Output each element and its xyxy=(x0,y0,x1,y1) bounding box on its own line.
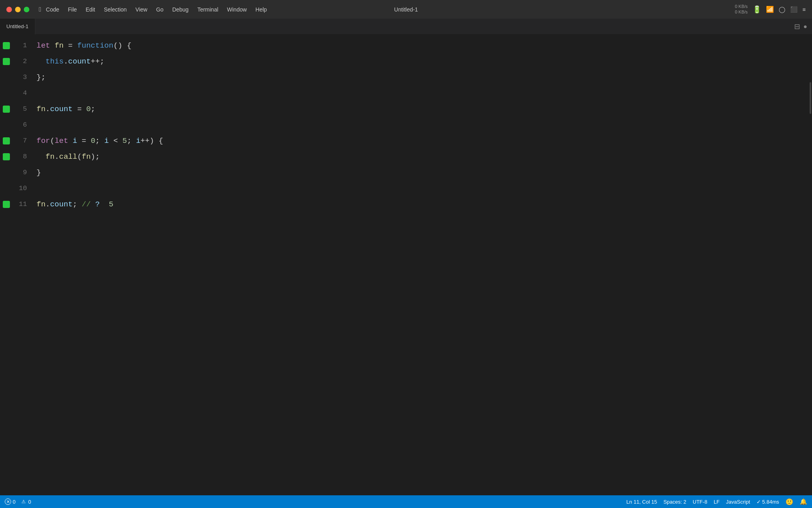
gutter-7 xyxy=(0,137,13,144)
indent-spaces[interactable]: Spaces: 2 xyxy=(663,499,686,505)
battery-icon: 🔋 xyxy=(753,5,761,14)
code-line-9: 9 } xyxy=(0,165,806,181)
editor-container: 1 let fn = function() { 2 this.count++; … xyxy=(0,35,812,495)
line-content-11: fn.count; // ? 5 xyxy=(36,196,113,212)
code-line-7: 7 for(let i = 0; i < 5; i++) { xyxy=(0,133,806,149)
code-line-5: 5 fn.count = 0; xyxy=(0,101,806,117)
menu-edit[interactable]: Edit xyxy=(82,5,99,14)
gutter-8 xyxy=(0,153,13,160)
code-line-4: 4 xyxy=(0,85,806,101)
menu-terminal[interactable]: Terminal xyxy=(193,5,222,14)
tab-actions: ⊟ ● xyxy=(789,22,812,31)
traffic-lights xyxy=(6,7,29,12)
line-num-11: 11 xyxy=(13,196,36,212)
wifi-icon: 📶 xyxy=(766,6,774,13)
line-num-9: 9 xyxy=(13,165,36,181)
breakpoint-7[interactable] xyxy=(3,137,10,144)
cursor-position[interactable]: Ln 11, Col 15 xyxy=(626,499,657,505)
code-line-3: 3 }; xyxy=(0,69,806,85)
title-bar:  Code File Edit Selection View Go Debug… xyxy=(0,0,812,19)
breakpoint-1[interactable] xyxy=(3,42,10,49)
notification-bell-icon: 🔔 xyxy=(800,498,807,505)
gutter-2 xyxy=(0,58,13,65)
menu-view[interactable]: View xyxy=(132,5,151,14)
menu-go[interactable]: Go xyxy=(152,5,168,14)
breakpoint-5[interactable] xyxy=(3,106,10,113)
split-editor-icon[interactable]: ⊟ xyxy=(794,22,800,31)
scrollbar-thumb[interactable] xyxy=(810,82,811,114)
title-bar-right: 0 KB/s0 KB/s 🔋 📶 ◯ ⬛ ≡ xyxy=(735,4,806,14)
line-num-1: 1 xyxy=(13,38,36,54)
clock-icon: ◯ xyxy=(779,6,785,13)
line-num-3: 3 xyxy=(13,69,36,85)
network-status: 0 KB/s0 KB/s xyxy=(735,4,747,14)
line-num-6: 6 xyxy=(13,117,36,133)
breakpoint-11[interactable] xyxy=(3,201,10,208)
gutter-1 xyxy=(0,42,13,49)
line-num-5: 5 xyxy=(13,101,36,117)
code-editor[interactable]: 1 let fn = function() { 2 this.count++; … xyxy=(0,35,806,495)
line-content-3: }; xyxy=(36,69,46,85)
more-actions-icon[interactable]: ● xyxy=(803,23,807,30)
line-ending[interactable]: LF xyxy=(714,499,720,505)
breakpoint-8[interactable] xyxy=(3,153,10,160)
maximize-button[interactable] xyxy=(24,7,29,12)
code-line-1: 1 let fn = function() { xyxy=(0,38,806,54)
line-content-7: for(let i = 0; i < 5; i++) { xyxy=(36,133,163,149)
warning-count[interactable]: ⚠ 0 xyxy=(20,498,31,505)
line-num-4: 4 xyxy=(13,85,36,101)
window-title: Untitled-1 xyxy=(394,6,418,13)
error-number: 0 xyxy=(13,499,15,505)
error-icon: ✕ xyxy=(5,498,11,505)
smiley-icon: 🙂 xyxy=(785,498,793,506)
status-left: ✕ 0 ⚠ 0 xyxy=(5,498,31,505)
code-line-10: 10 xyxy=(0,181,806,196)
minimize-button[interactable] xyxy=(15,7,21,12)
apple-logo:  xyxy=(39,6,41,13)
language-mode[interactable]: JavaScript xyxy=(726,499,750,505)
menu-debug[interactable]: Debug xyxy=(168,5,192,14)
breakpoint-2[interactable] xyxy=(3,58,10,65)
control-center-icon: ⬛ xyxy=(790,6,798,13)
line-content-1: let fn = function() { xyxy=(36,38,131,54)
line-content-2: this.count++; xyxy=(36,54,104,69)
tab-bar: Untitled-1 ⊟ ● xyxy=(0,19,812,35)
status-right: Ln 11, Col 15 Spaces: 2 UTF-8 LF JavaScr… xyxy=(626,498,807,506)
gutter-5 xyxy=(0,106,13,113)
menu-bar:  Code File Edit Selection View Go Debug… xyxy=(39,5,271,14)
line-num-10: 10 xyxy=(13,181,36,196)
tab-label: Untitled-1 xyxy=(6,23,29,29)
menu-window[interactable]: Window xyxy=(223,5,251,14)
title-bar-left:  Code File Edit Selection View Go Debug… xyxy=(6,5,271,14)
file-encoding[interactable]: UTF-8 xyxy=(693,499,707,505)
code-line-8: 8 fn.call(fn); xyxy=(0,149,806,165)
error-count[interactable]: ✕ 0 xyxy=(5,498,15,505)
menu-help[interactable]: Help xyxy=(251,5,271,14)
line-content-5: fn.count = 0; xyxy=(36,101,95,117)
menu-file[interactable]: File xyxy=(64,5,81,14)
timing-info: ✓ 5.84ms xyxy=(756,499,779,505)
line-content-8: fn.call(fn); xyxy=(36,149,100,165)
menu-selection[interactable]: Selection xyxy=(100,5,131,14)
code-line-2: 2 this.count++; xyxy=(0,54,806,69)
code-line-11: 11 fn.count; // ? 5 xyxy=(0,196,806,212)
warning-icon: ⚠ xyxy=(20,498,27,505)
line-num-7: 7 xyxy=(13,133,36,149)
line-num-2: 2 xyxy=(13,54,36,69)
menu-code[interactable]: Code xyxy=(42,5,63,14)
tab-untitled[interactable]: Untitled-1 xyxy=(0,19,35,35)
warning-number: 0 xyxy=(28,499,31,505)
line-content-9: } xyxy=(36,165,41,181)
notification-icon: ≡ xyxy=(802,6,806,13)
code-line-6: 6 xyxy=(0,117,806,133)
close-button[interactable] xyxy=(6,7,12,12)
line-num-8: 8 xyxy=(13,149,36,165)
gutter-11 xyxy=(0,201,13,208)
scrollbar[interactable] xyxy=(806,35,812,495)
status-bar: ✕ 0 ⚠ 0 Ln 11, Col 15 Spaces: 2 UTF-8 LF… xyxy=(0,495,812,508)
